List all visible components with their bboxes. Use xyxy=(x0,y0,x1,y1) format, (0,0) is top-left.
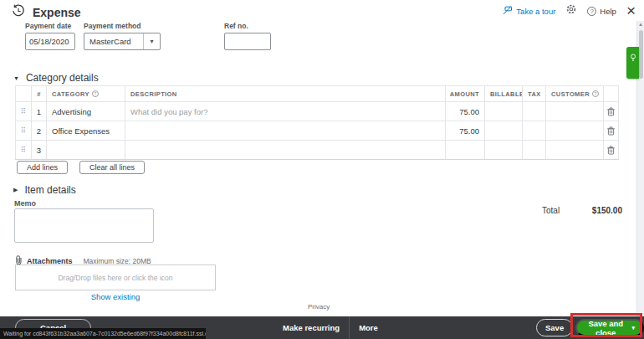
tax-cell[interactable] xyxy=(523,121,546,140)
trash-icon[interactable] xyxy=(604,102,618,121)
tax-cell[interactable] xyxy=(523,141,546,159)
payment-method-select[interactable]: MasterCard ▾ xyxy=(84,33,161,50)
item-details-title: Item details xyxy=(24,184,75,196)
add-lines-button[interactable]: Add lines xyxy=(17,161,68,174)
chevron-down-icon[interactable]: ▾ xyxy=(631,325,635,331)
payment-method-field: Payment method MasterCard ▾ xyxy=(84,22,161,50)
make-recurring-button[interactable]: Make recurring xyxy=(283,323,340,332)
history-icon[interactable] xyxy=(12,4,25,21)
billable-cell[interactable] xyxy=(485,121,523,140)
close-icon[interactable]: × xyxy=(626,4,636,18)
category-details-title: Category details xyxy=(26,72,99,84)
footer-divider xyxy=(349,316,350,339)
amount-cell[interactable]: 75.00 xyxy=(446,121,485,140)
more-button[interactable]: More xyxy=(359,323,378,332)
triangle-down-icon: ▼ xyxy=(13,75,19,81)
description-column-header: DESCRIPTION xyxy=(125,86,446,101)
category-cell[interactable]: Advertising xyxy=(47,102,125,121)
info-icon[interactable]: ? xyxy=(92,90,99,97)
trash-icon[interactable] xyxy=(604,141,618,159)
table-row: ⠿ 2 Office Expenses 75.00 xyxy=(15,121,619,141)
header-left: Expense xyxy=(12,4,81,21)
delete-row-cell xyxy=(604,102,619,121)
description-cell[interactable] xyxy=(125,102,446,121)
dropzone-text: Drag/Drop files here or click the icon xyxy=(58,274,172,282)
delete-row-cell xyxy=(604,121,619,140)
privacy-label: Privacy xyxy=(308,303,330,311)
category-cell[interactable]: Office Expenses xyxy=(47,121,125,140)
category-column-header: CATEGORY ? xyxy=(47,86,125,101)
take-a-tour-button[interactable]: Take a tour xyxy=(502,5,555,17)
status-text: Waiting for cd843f631b32aa3a607a-7c0132d… xyxy=(3,331,206,336)
num-column-header: # xyxy=(32,86,47,101)
amount-column-header: AMOUNT xyxy=(446,86,485,101)
table-header-row: # CATEGORY ? DESCRIPTION AMOUNT BILLABLE… xyxy=(15,86,619,102)
footer-center-actions: Make recurring More xyxy=(283,316,378,339)
row-number: 2 xyxy=(32,121,47,140)
info-icon[interactable]: ? xyxy=(592,90,599,97)
actions-column-header xyxy=(604,86,619,101)
customer-cell[interactable] xyxy=(546,121,604,140)
row-number: 1 xyxy=(32,102,47,121)
row-number: 3 xyxy=(32,141,47,159)
payment-method-value: MasterCard xyxy=(84,33,143,49)
browser-status-bar: Waiting for cd843f631b32aa3a607a-7c0132d… xyxy=(0,328,206,339)
payment-date-label: Payment date xyxy=(25,22,75,30)
drag-handle[interactable]: ⠿ xyxy=(15,141,32,159)
lightbulb-icon xyxy=(630,50,636,79)
tax-column-header: TAX xyxy=(523,86,546,101)
payment-method-label: Payment method xyxy=(84,22,161,30)
billable-column-header: BILLABLE ? xyxy=(485,86,523,101)
ref-no-input[interactable] xyxy=(224,33,271,50)
header-actions: Take a tour ? Help × xyxy=(502,3,636,18)
chevron-down-icon[interactable]: ▾ xyxy=(143,33,160,49)
gear-icon[interactable] xyxy=(565,3,577,18)
save-button[interactable]: Save xyxy=(536,319,573,336)
customer-cell[interactable] xyxy=(546,102,604,121)
help-label: Help xyxy=(600,7,616,16)
item-details-toggle[interactable]: ▶ Item details xyxy=(13,184,76,196)
triangle-right-icon: ▶ xyxy=(13,187,18,193)
feedback-tab[interactable] xyxy=(626,47,639,79)
line-buttons: Add lines Clear all lines xyxy=(17,161,145,174)
category-cell[interactable] xyxy=(47,141,125,159)
drag-handle[interactable]: ⠿ xyxy=(15,102,32,121)
description-cell[interactable] xyxy=(125,121,446,140)
ref-no-label: Ref no. xyxy=(224,22,271,30)
save-and-close-button[interactable]: Save and close ▾ xyxy=(575,319,644,336)
drag-column-header xyxy=(15,86,32,101)
total-value: $150.00 xyxy=(572,206,622,215)
billable-cell[interactable] xyxy=(485,141,523,159)
help-button[interactable]: ? Help xyxy=(587,7,616,16)
total-label: Total xyxy=(542,206,560,215)
scrollbar-thumb[interactable] xyxy=(639,30,643,79)
table-row: ⠿ 3 xyxy=(15,141,619,160)
tax-cell[interactable] xyxy=(523,102,546,121)
customer-cell[interactable] xyxy=(546,141,604,159)
description-input[interactable] xyxy=(125,102,445,121)
amount-cell[interactable]: 75.00 xyxy=(446,102,485,121)
tour-icon xyxy=(502,5,513,17)
clear-all-lines-button[interactable]: Clear all lines xyxy=(79,161,145,174)
show-existing-link[interactable]: Show existing xyxy=(15,292,216,301)
delete-row-cell xyxy=(604,141,619,159)
take-a-tour-label: Take a tour xyxy=(516,7,555,16)
help-icon: ? xyxy=(587,7,596,16)
category-details-toggle[interactable]: ▼ Category details xyxy=(13,72,99,84)
memo-label: Memo xyxy=(14,199,36,208)
billable-cell[interactable] xyxy=(485,102,523,121)
page-title: Expense xyxy=(33,6,81,19)
attachments-dropzone[interactable]: Drag/Drop files here or click the icon xyxy=(15,265,216,290)
category-table: # CATEGORY ? DESCRIPTION AMOUNT BILLABLE… xyxy=(15,85,619,160)
expense-form-window: Expense Take a tour ? Help × Payment dat… xyxy=(0,0,644,339)
memo-textarea[interactable] xyxy=(14,208,154,243)
payment-date-input[interactable] xyxy=(25,33,75,50)
trash-icon[interactable] xyxy=(604,121,618,140)
table-row: ⠿ 1 Advertising 75.00 xyxy=(15,102,619,121)
scroll-up-icon[interactable]: ▲ xyxy=(637,22,644,27)
amount-cell[interactable] xyxy=(446,141,485,159)
drag-handle[interactable]: ⠿ xyxy=(15,121,32,140)
payment-date-field: Payment date xyxy=(25,22,75,50)
ref-no-field: Ref no. xyxy=(224,22,271,50)
description-cell[interactable] xyxy=(125,141,446,159)
